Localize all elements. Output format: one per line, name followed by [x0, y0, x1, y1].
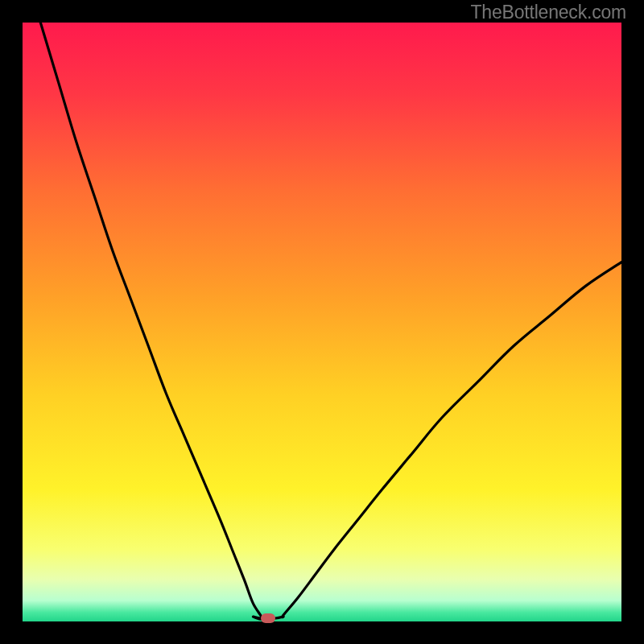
plot-area: [23, 23, 621, 621]
chart-frame: TheBottleneck.com: [0, 0, 644, 644]
bottleneck-curve: [23, 23, 621, 621]
curve-path: [40, 23, 621, 619]
optimum-marker: [261, 613, 275, 623]
watermark-text: TheBottleneck.com: [471, 2, 626, 23]
